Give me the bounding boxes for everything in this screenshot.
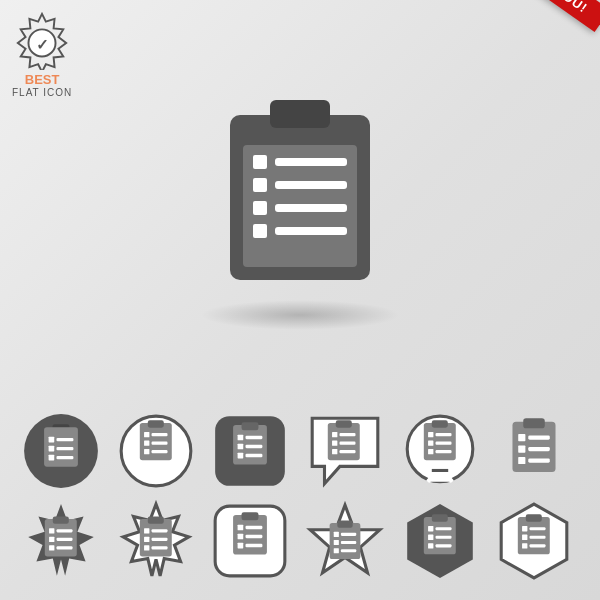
- svg-rect-57: [435, 442, 451, 445]
- svg-rect-48: [332, 449, 337, 454]
- svg-rect-38: [238, 444, 244, 450]
- svg-rect-85: [151, 546, 167, 549]
- svg-rect-94: [246, 544, 263, 547]
- best-label: BEST: [25, 72, 60, 87]
- svg-rect-10: [253, 201, 267, 215]
- thank-you-ribbon: THANK YOU!: [460, 0, 600, 80]
- svg-rect-63: [529, 435, 551, 439]
- svg-rect-73: [49, 537, 54, 542]
- best-badge: ✓ BEST FLAT ICON: [12, 12, 72, 98]
- svg-rect-81: [151, 529, 167, 532]
- svg-rect-13: [275, 227, 347, 235]
- svg-rect-31: [144, 449, 149, 454]
- svg-rect-27: [144, 432, 149, 437]
- svg-rect-39: [246, 445, 263, 448]
- svg-rect-41: [246, 454, 263, 457]
- svg-rect-18: [49, 437, 55, 443]
- svg-rect-44: [332, 432, 337, 437]
- svg-rect-9: [275, 181, 347, 189]
- svg-rect-97: [337, 521, 352, 528]
- svg-rect-49: [339, 450, 355, 453]
- svg-rect-102: [334, 548, 339, 553]
- svg-text:✓: ✓: [36, 36, 49, 53]
- icon-star-5-outline: [304, 500, 386, 582]
- svg-rect-80: [144, 528, 149, 533]
- svg-rect-70: [53, 516, 69, 523]
- svg-rect-35: [242, 422, 259, 430]
- svg-rect-79: [147, 516, 163, 523]
- svg-rect-98: [334, 532, 339, 537]
- svg-rect-119: [530, 536, 546, 539]
- svg-rect-47: [339, 442, 355, 445]
- icon-hexagon-outline: [493, 500, 575, 582]
- svg-rect-56: [428, 441, 433, 446]
- svg-rect-88: [242, 512, 259, 520]
- svg-rect-28: [151, 433, 167, 436]
- svg-rect-92: [246, 535, 263, 538]
- svg-rect-109: [428, 535, 433, 540]
- svg-rect-100: [334, 540, 339, 545]
- icon-plain: [493, 410, 575, 492]
- svg-rect-83: [151, 538, 167, 541]
- svg-rect-23: [56, 456, 73, 459]
- svg-rect-54: [428, 432, 433, 437]
- svg-rect-89: [238, 525, 244, 531]
- svg-rect-43: [336, 420, 352, 427]
- svg-rect-120: [522, 543, 527, 548]
- svg-rect-26: [147, 420, 163, 427]
- svg-rect-67: [529, 458, 551, 462]
- svg-rect-118: [522, 535, 527, 540]
- icon-star-6-outline: [115, 500, 197, 582]
- svg-rect-45: [339, 433, 355, 436]
- svg-rect-58: [428, 449, 433, 454]
- svg-rect-111: [428, 543, 433, 548]
- svg-rect-99: [341, 533, 356, 536]
- svg-rect-20: [49, 446, 55, 452]
- svg-rect-12: [253, 224, 267, 238]
- svg-rect-64: [519, 445, 526, 452]
- icon-circle-filled: [20, 410, 102, 492]
- svg-rect-108: [435, 527, 451, 530]
- svg-rect-55: [435, 433, 451, 436]
- svg-rect-21: [56, 447, 73, 450]
- svg-rect-91: [238, 534, 244, 540]
- svg-rect-61: [524, 418, 546, 428]
- svg-rect-65: [529, 447, 551, 451]
- svg-rect-71: [49, 528, 54, 533]
- icons-grid: [20, 410, 580, 582]
- icon-circle-outline: [115, 410, 197, 492]
- svg-rect-30: [151, 442, 167, 445]
- svg-rect-40: [238, 453, 244, 459]
- svg-rect-76: [57, 546, 73, 549]
- svg-rect-115: [526, 514, 542, 521]
- svg-rect-112: [435, 544, 451, 547]
- svg-rect-101: [341, 541, 356, 544]
- svg-rect-53: [431, 420, 447, 427]
- svg-rect-6: [253, 155, 267, 169]
- icon-speech-bubble: [304, 410, 386, 492]
- svg-rect-90: [246, 526, 263, 529]
- svg-rect-121: [530, 544, 546, 547]
- svg-rect-106: [431, 514, 447, 521]
- svg-rect-117: [530, 527, 546, 530]
- svg-rect-8: [253, 178, 267, 192]
- svg-rect-7: [275, 158, 347, 166]
- flat-icon-label: FLAT ICON: [12, 87, 72, 98]
- svg-rect-82: [144, 537, 149, 542]
- icon-circle-outline-2: [399, 410, 481, 492]
- svg-rect-110: [435, 536, 451, 539]
- svg-rect-37: [246, 436, 263, 439]
- svg-rect-19: [56, 438, 73, 441]
- svg-rect-84: [144, 545, 149, 550]
- svg-rect-11: [275, 204, 347, 212]
- svg-rect-29: [144, 441, 149, 446]
- svg-rect-46: [332, 441, 337, 446]
- svg-rect-75: [49, 545, 54, 550]
- svg-rect-116: [522, 526, 527, 531]
- clipboard-svg: [215, 90, 385, 290]
- svg-rect-62: [519, 434, 526, 441]
- svg-rect-103: [341, 549, 356, 552]
- svg-rect-74: [57, 538, 73, 541]
- ribbon-label: THANK YOU!: [487, 0, 600, 32]
- svg-rect-93: [238, 543, 244, 549]
